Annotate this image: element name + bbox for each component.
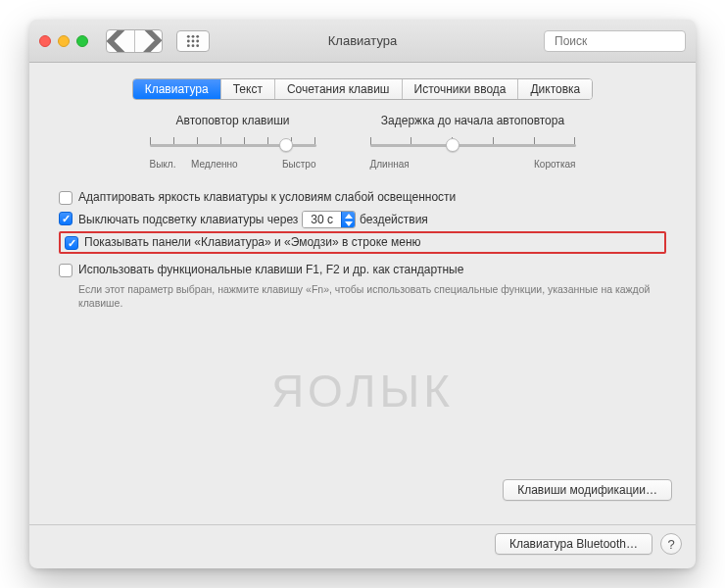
opt-fn-keys[interactable]: Использовать функциональные клавиши F1, … <box>59 260 666 280</box>
modifier-keys-button[interactable]: Клавиши модификации… <box>503 479 672 501</box>
svg-point-5 <box>196 39 199 42</box>
tabs-segment: Клавиатура Текст Сочетания клавиш Источн… <box>132 78 594 100</box>
backlight-delay-stepper[interactable]: 30 с <box>302 211 356 228</box>
key-repeat-knob[interactable] <box>279 138 293 152</box>
svg-point-0 <box>187 34 190 37</box>
opt-adapt-label: Адаптировать яркость клавиатуры к услови… <box>78 190 456 204</box>
tab-input-sources[interactable]: Источники ввода <box>402 79 518 99</box>
key-repeat-fast-label: Быстро <box>282 159 315 170</box>
opt-backlight-pre: Выключать подсветку клавиатуры через <box>78 213 298 226</box>
bluetooth-keyboard-button[interactable]: Клавиатура Bluetooth… <box>495 533 652 555</box>
delay-short-label: Короткая <box>534 159 575 170</box>
opt-fnkeys-help: Если этот параметр выбран, нажмите клави… <box>78 282 666 310</box>
opt-showpanel-label: Показывать панели «Клавиатура» и «Эмодзи… <box>84 235 421 249</box>
svg-point-7 <box>192 44 195 47</box>
forward-button[interactable] <box>134 30 162 52</box>
footer-upper: Клавиши модификации… <box>49 479 676 511</box>
prefs-window: Клавиатура Клавиатура Текст Сочетания кл… <box>29 20 696 568</box>
key-repeat-slider[interactable] <box>150 135 316 155</box>
backlight-delay-value: 30 с <box>303 212 341 227</box>
svg-point-1 <box>192 34 195 37</box>
svg-point-4 <box>192 39 195 42</box>
back-button[interactable] <box>107 30 134 52</box>
svg-point-6 <box>187 44 190 47</box>
show-all-button[interactable] <box>176 30 210 52</box>
delay-block: Задержка до начала автоповтора Длинная К… <box>370 114 576 170</box>
delay-slider[interactable] <box>370 135 576 155</box>
zoom-icon[interactable] <box>76 35 88 47</box>
tab-text[interactable]: Текст <box>220 79 274 99</box>
delay-title: Задержка до начала автоповтора <box>370 114 576 127</box>
opt-backlight-post: бездействия <box>360 213 428 226</box>
stepper-up-icon[interactable] <box>342 212 355 220</box>
watermark: ЯОЛЫК <box>29 365 696 417</box>
opt-backlight-off[interactable]: Выключать подсветку клавиатуры через 30 … <box>59 208 666 231</box>
search-field[interactable] <box>544 30 686 52</box>
delay-knob[interactable] <box>446 138 459 152</box>
search-input[interactable] <box>555 34 696 48</box>
footer-lower: Клавиатура Bluetooth… ? <box>29 525 696 568</box>
delay-long-label: Длинная <box>370 159 410 170</box>
minimize-icon[interactable] <box>58 35 70 47</box>
tabs-row: Клавиатура Текст Сочетания клавиш Источн… <box>29 63 696 110</box>
key-repeat-off-label: Выкл. <box>150 159 176 170</box>
svg-point-8 <box>196 44 199 47</box>
grid-icon <box>186 34 200 48</box>
checkbox-showpanel[interactable] <box>65 236 78 250</box>
opt-show-panels-highlighted[interactable]: Показывать панели «Клавиатура» и «Эмодзи… <box>59 231 666 254</box>
content-area: Автоповтор клавиши Выкл. Медленно Быстро… <box>29 110 696 524</box>
sliders-row: Автоповтор клавиши Выкл. Медленно Быстро… <box>49 114 676 170</box>
options-list: Адаптировать яркость клавиатуры к услови… <box>59 187 666 310</box>
svg-point-3 <box>187 39 190 42</box>
checkbox-fnkeys[interactable] <box>59 264 72 277</box>
help-button[interactable]: ? <box>660 533 682 555</box>
checkbox-adapt[interactable] <box>59 191 72 205</box>
checkbox-backlight[interactable] <box>59 212 72 225</box>
tab-dictation[interactable]: Диктовка <box>517 79 592 99</box>
nav-segment <box>106 29 163 53</box>
key-repeat-block: Автоповтор клавиши Выкл. Медленно Быстро <box>150 114 316 170</box>
titlebar: Клавиатура <box>29 20 696 63</box>
window-controls <box>39 35 88 47</box>
close-icon[interactable] <box>39 35 51 47</box>
key-repeat-slow-label: Медленно <box>191 159 238 170</box>
key-repeat-title: Автоповтор клавиши <box>150 114 316 127</box>
stepper-down-icon[interactable] <box>342 220 355 227</box>
svg-point-2 <box>196 34 199 37</box>
tab-keyboard[interactable]: Клавиатура <box>133 79 220 99</box>
opt-fnkeys-label: Использовать функциональные клавиши F1, … <box>78 263 463 276</box>
opt-adapt-brightness[interactable]: Адаптировать яркость клавиатуры к услови… <box>59 187 666 208</box>
tab-shortcuts[interactable]: Сочетания клавиш <box>274 79 402 99</box>
